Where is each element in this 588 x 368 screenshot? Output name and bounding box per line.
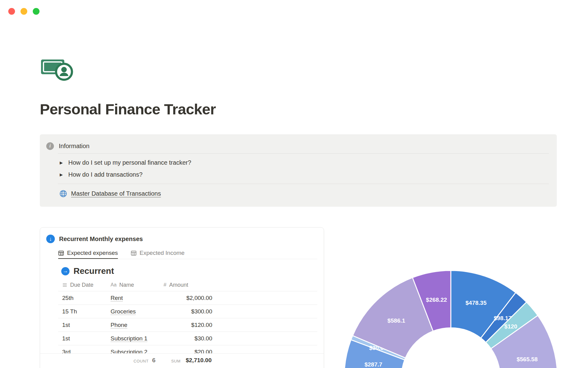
info-icon: i bbox=[46, 142, 54, 150]
column-label: Due Date bbox=[70, 282, 93, 288]
column-label: Name bbox=[119, 282, 134, 288]
table-view-icon bbox=[58, 250, 64, 256]
globe-icon bbox=[59, 190, 67, 197]
cell-due-date[interactable]: 1st bbox=[58, 322, 111, 328]
count-label[interactable]: COUNT bbox=[134, 359, 149, 363]
master-database-link[interactable]: Master Database of Transactions bbox=[59, 188, 161, 199]
callout-header: i Information bbox=[46, 141, 89, 151]
view-tabs: Expected expenses Expected Income bbox=[58, 247, 317, 259]
cell-due-date[interactable]: 25th bbox=[58, 295, 111, 301]
table-row: 15 ThGroceries$300.00 bbox=[58, 305, 317, 318]
row-page-link[interactable]: Phone bbox=[111, 322, 127, 328]
toggle-add-transactions-question[interactable]: ▶ How do I add transactions? bbox=[59, 168, 142, 181]
divider bbox=[58, 153, 549, 154]
column-label: Amount bbox=[169, 282, 188, 288]
zoom-button[interactable] bbox=[33, 8, 40, 15]
table-header: Due Date Aa Name # Amount bbox=[58, 279, 317, 291]
cell-name[interactable]: Groceries bbox=[111, 308, 164, 315]
money-banknote-icon[interactable] bbox=[40, 56, 74, 82]
row-page-link[interactable]: Subscription 1 bbox=[111, 335, 147, 342]
tab-label: Expected expenses bbox=[67, 250, 118, 256]
toggle-arrow-icon[interactable]: ▶ bbox=[59, 172, 64, 177]
toggle-setup-question[interactable]: ▶ How do I set up my personal finance tr… bbox=[59, 156, 191, 169]
cell-amount[interactable]: $2,000.00 bbox=[164, 295, 212, 301]
linked-database-icon: ↓ bbox=[46, 235, 55, 243]
table-footer: COUNT 6 SUM $2,710.00 bbox=[40, 353, 324, 368]
cell-amount[interactable]: $30.00 bbox=[164, 335, 212, 342]
information-callout: i Information ▶ How do I set up my perso… bbox=[40, 134, 557, 207]
row-page-link[interactable]: Rent bbox=[111, 295, 123, 301]
table-row: 1stPhone$120.00 bbox=[58, 318, 317, 332]
toggle-label: How do I add transactions? bbox=[68, 171, 142, 178]
recurrent-expenses-card: ↓ Recurrent Monthly expenses Expected ex… bbox=[40, 227, 324, 368]
callout-title: Information bbox=[59, 143, 89, 150]
cell-amount[interactable]: $120.00 bbox=[164, 322, 212, 328]
table-row: 25thRent$2,000.00 bbox=[58, 291, 317, 305]
section-title: Recurrent bbox=[74, 266, 114, 276]
table-body: 25thRent$2,000.0015 ThGroceries$300.001s… bbox=[58, 291, 317, 358]
tab-expected-income[interactable]: Expected Income bbox=[131, 247, 185, 259]
text-icon: Aa bbox=[111, 282, 117, 288]
sum-label[interactable]: SUM bbox=[171, 359, 181, 363]
card-header: ↓ Recurrent Monthly expenses bbox=[46, 235, 143, 243]
link-label: Master Database of Transactions bbox=[71, 190, 161, 197]
cell-name[interactable]: Phone bbox=[111, 322, 164, 328]
toggle-arrow-icon[interactable]: ▶ bbox=[59, 160, 64, 165]
tab-label: Expected Income bbox=[140, 250, 185, 256]
cell-amount[interactable]: $300.00 bbox=[164, 308, 212, 315]
divider bbox=[58, 184, 549, 184]
column-header-due-date[interactable]: Due Date bbox=[58, 279, 111, 291]
column-header-name[interactable]: Aa Name bbox=[111, 279, 164, 291]
recurrent-section-header: → Recurrent bbox=[61, 266, 114, 276]
cell-due-date[interactable]: 1st bbox=[58, 335, 111, 342]
recurrent-arrow-icon: → bbox=[61, 267, 70, 275]
list-icon bbox=[62, 282, 67, 288]
page-title: Personal Finance Tracker bbox=[40, 101, 216, 118]
card-title: Recurrent Monthly expenses bbox=[59, 236, 143, 243]
tab-expected-expenses[interactable]: Expected expenses bbox=[58, 247, 118, 259]
number-icon: # bbox=[164, 282, 166, 288]
cell-name[interactable]: Subscription 1 bbox=[111, 335, 164, 342]
window-controls bbox=[8, 8, 40, 15]
column-header-amount[interactable]: # Amount bbox=[164, 279, 212, 291]
row-page-link[interactable]: Groceries bbox=[111, 308, 136, 315]
close-button[interactable] bbox=[8, 8, 15, 15]
sum-value: $2,710.00 bbox=[186, 357, 212, 364]
table-row: 1stSubscription 1$30.00 bbox=[58, 332, 317, 345]
cell-due-date[interactable]: 15 Th bbox=[58, 308, 111, 315]
count-value: 6 bbox=[152, 357, 156, 364]
toggle-label: How do I set up my personal finance trac… bbox=[68, 159, 191, 166]
cell-name[interactable]: Rent bbox=[111, 295, 164, 301]
minimize-button[interactable] bbox=[21, 8, 27, 15]
table-view-icon bbox=[131, 250, 137, 256]
